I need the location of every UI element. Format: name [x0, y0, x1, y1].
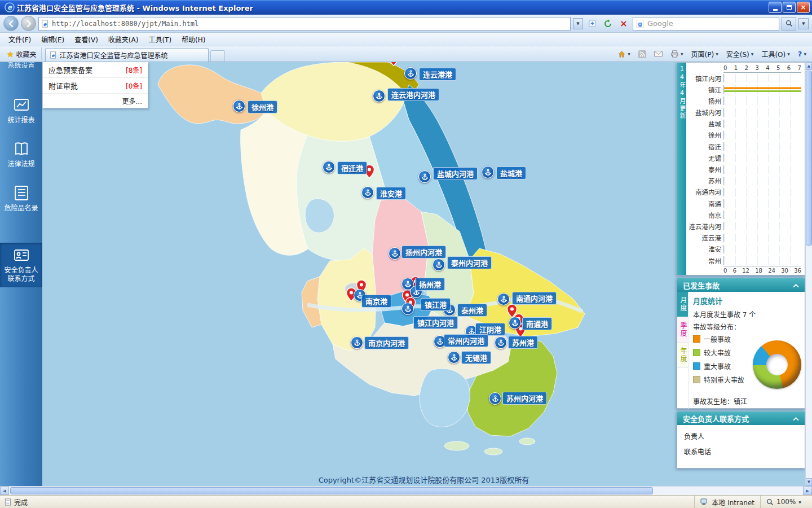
port-anchor-marker[interactable]: [389, 247, 401, 260]
sidebar-item-chart[interactable]: 统计报表: [0, 93, 42, 129]
menu-item[interactable]: 帮助(H): [176, 33, 210, 46]
period-tab-quarter[interactable]: 季度: [677, 317, 688, 343]
port-label[interactable]: 常州内河港: [444, 334, 488, 347]
port-anchor-marker[interactable]: [404, 67, 417, 80]
port-anchor-marker[interactable]: [401, 303, 414, 315]
port-label[interactable]: 泰州内河港: [447, 256, 492, 269]
home-button[interactable]: ▼: [614, 49, 634, 60]
refresh-button[interactable]: [601, 17, 615, 30]
axis-tick-label: 7: [798, 65, 801, 71]
port-label[interactable]: 连云港内河港: [387, 88, 439, 101]
port-anchor-marker[interactable]: [448, 351, 460, 364]
port-label[interactable]: 镇江内河港: [413, 316, 458, 329]
collapse-icon[interactable]: [793, 414, 799, 423]
sidebar-item-book[interactable]: 法律法规: [0, 137, 42, 173]
port-label[interactable]: 镇江港: [421, 298, 451, 311]
sidebar-item-contact[interactable]: 安全负责人联系方式: [0, 243, 42, 287]
command-button[interactable]: 安全(S)▼: [723, 47, 757, 60]
content-area: 系统设置 统计报表法律法规危险品名录安全负责人联系方式: [0, 62, 812, 486]
close-button[interactable]: ×: [797, 2, 810, 13]
search-input[interactable]: g Google: [633, 17, 779, 30]
back-button[interactable]: [3, 16, 19, 31]
command-button[interactable]: 工具(O)▼: [758, 47, 793, 60]
vertical-scrollbar[interactable]: ▲ ▼: [805, 62, 812, 486]
address-input[interactable]: e http://localhost:8080/yjpt/Main.html: [38, 17, 571, 30]
port-anchor-marker[interactable]: [361, 186, 374, 199]
feeds-button[interactable]: [635, 49, 650, 60]
port-anchor-marker[interactable]: [433, 259, 445, 271]
port-label[interactable]: 南通内河港: [512, 292, 557, 305]
port-anchor-marker[interactable]: [482, 166, 494, 178]
accident-panel-header[interactable]: 已发生事故: [677, 278, 805, 292]
search-dropdown-button[interactable]: ▼: [798, 18, 809, 29]
compatibility-view-button[interactable]: [585, 17, 599, 30]
bar-track: [723, 131, 801, 139]
port-anchor-marker[interactable]: [489, 392, 501, 405]
new-tab-button[interactable]: [210, 50, 225, 62]
port-label[interactable]: 无锡港: [461, 351, 491, 364]
menu-item[interactable]: 收藏夹(A): [103, 33, 144, 46]
menu-item[interactable]: 查看(V): [69, 33, 103, 46]
browser-tab[interactable]: e 江苏省港口安全监管与应急管理系统: [45, 48, 209, 62]
scroll-right-button[interactable]: ▶: [803, 487, 812, 495]
collapse-icon[interactable]: [793, 281, 799, 290]
sidebar-item-system-settings[interactable]: 系统设置: [0, 62, 42, 68]
sidebar-item-list[interactable]: 危险品名录: [0, 181, 42, 217]
port-label[interactable]: 连云港港: [419, 68, 456, 81]
menu-item[interactable]: 编辑(E): [36, 33, 69, 46]
port-label[interactable]: 南通港: [522, 317, 552, 330]
favorites-button[interactable]: ★ 收藏夹: [2, 47, 42, 60]
port-anchor-marker[interactable]: [497, 293, 510, 305]
map-area[interactable]: 连云港港连云港内河港徐州港宿迁港淮安港盐城内河港盐城港扬州内河港泰州内河港扬州港…: [42, 62, 805, 486]
port-label[interactable]: 徐州港: [248, 100, 277, 113]
zoom-dropdown-icon[interactable]: ▼: [798, 500, 801, 504]
port-label[interactable]: 扬州内河港: [401, 246, 446, 259]
port-anchor-marker[interactable]: [373, 90, 385, 102]
restore-button[interactable]: [783, 2, 796, 13]
period-tab-month[interactable]: 月度: [677, 292, 688, 317]
forward-button[interactable]: [21, 16, 36, 31]
port-label[interactable]: 泰州港: [457, 304, 487, 317]
port-label[interactable]: 南京港: [361, 295, 391, 308]
read-mail-button[interactable]: [651, 49, 666, 59]
address-dropdown-button[interactable]: ▼: [573, 18, 583, 29]
port-anchor-marker[interactable]: [495, 336, 507, 349]
port-anchor-marker[interactable]: [418, 170, 431, 183]
accident-pin[interactable]: [388, 62, 399, 67]
port-label[interactable]: 盐城港: [496, 167, 526, 179]
port-anchor-marker[interactable]: [509, 317, 521, 329]
scroll-up-button[interactable]: ▲: [806, 62, 812, 70]
port-anchor-marker[interactable]: [351, 336, 363, 349]
port-label[interactable]: 苏州内河港: [502, 392, 547, 405]
anchor-icon: [404, 305, 412, 313]
port-anchor-marker[interactable]: [323, 161, 335, 173]
quick-panel-row[interactable]: 应急预案备案[8条]: [43, 62, 148, 78]
command-button[interactable]: 页面(P)▼: [688, 47, 722, 60]
scroll-left-button[interactable]: ◀: [0, 487, 9, 495]
minimize-button[interactable]: [769, 2, 782, 13]
port-label[interactable]: 南京内河港: [364, 336, 409, 349]
horizontal-scrollbar[interactable]: ◀ ▶: [0, 486, 812, 495]
vertical-scroll-thumb[interactable]: [806, 71, 812, 246]
help-button[interactable]: ? ▼: [795, 48, 810, 60]
search-go-button[interactable]: [782, 17, 796, 30]
port-anchor-marker[interactable]: [233, 100, 245, 112]
print-button[interactable]: ▼: [667, 49, 687, 59]
menu-item[interactable]: 工具(T): [143, 33, 176, 46]
accident-panel-body: 月度季度年度 月度统计 本月度发生事故 7 个 事故等级分布： 一般事故较大事故…: [677, 292, 805, 409]
port-label[interactable]: 苏州港: [508, 336, 538, 349]
more-link[interactable]: 更多...: [43, 94, 148, 108]
period-tab-year[interactable]: 年度: [677, 343, 688, 368]
menu-item[interactable]: 文件(F): [3, 33, 36, 46]
zoom-control[interactable]: 100% ▼: [760, 496, 812, 508]
scroll-down-button[interactable]: ▼: [806, 478, 812, 486]
bar-track: [723, 120, 801, 128]
port-label[interactable]: 扬州港: [415, 278, 445, 291]
contact-panel-header[interactable]: 安全负责人联系方式: [677, 411, 805, 425]
horizontal-scroll-thumb[interactable]: [10, 487, 653, 494]
port-label[interactable]: 盐城内河港: [433, 167, 478, 180]
stop-button[interactable]: ×: [617, 17, 630, 30]
port-label[interactable]: 宿迁港: [337, 161, 367, 174]
port-label[interactable]: 淮安港: [376, 187, 406, 200]
quick-panel-row[interactable]: 附证审批[0条]: [43, 78, 148, 94]
